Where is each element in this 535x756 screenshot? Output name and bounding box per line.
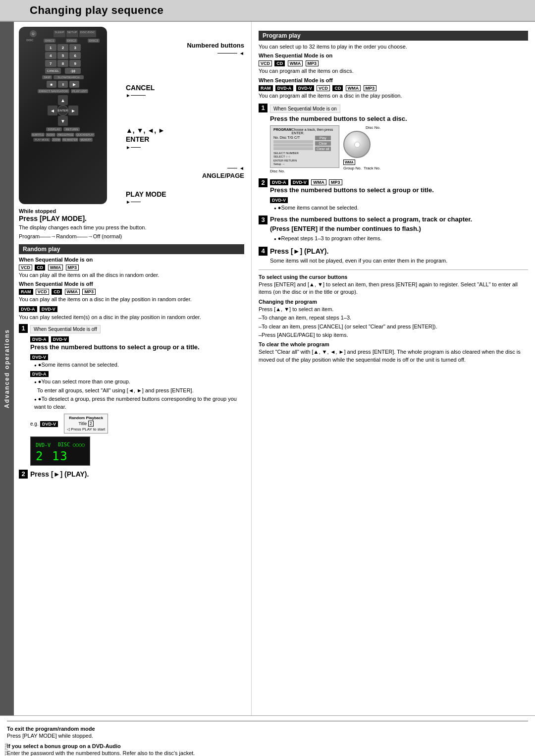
enter-btn[interactable]: ENTER	[57, 105, 68, 116]
skip-row: SKIP SLOW/SEARCH	[42, 75, 83, 79]
prog-step3-repeat: ●Repeat steps 1–3 to program other items…	[274, 235, 528, 242]
prog-badge-mp3: MP3	[306, 60, 319, 66]
btn-7[interactable]: 7	[45, 60, 56, 67]
label-line-5	[131, 202, 141, 202]
program-flow: Program——→Random——→Off (normal)	[19, 233, 244, 240]
prog-badge-dvda: DVD-A	[275, 85, 294, 91]
btn-0[interactable]: ·10	[65, 68, 81, 74]
prog-step2-wma: WMA	[311, 179, 326, 185]
prog-step1-row: 1 When Sequential Mode is on Press the n…	[259, 104, 528, 175]
arrow-indicator-1: ◄	[239, 51, 244, 56]
play-mode-label: PLAY MODE	[126, 190, 166, 198]
prog-btn-clear[interactable]: Clear	[315, 141, 331, 146]
prog-step2-row: 2 DVD-A DVD-V WMA MP3 Press the numbered…	[259, 178, 528, 213]
number-grid: 1 2 3 4 5 6 7 8 9	[45, 44, 81, 67]
display-btn[interactable]: DISPLAY	[46, 127, 62, 131]
remote-area: ⏻ SLEEP SETUP DISC/DISC DISC DISC1 DISC2…	[19, 27, 244, 204]
memory-btn[interactable]: MEMORY	[79, 138, 92, 142]
dpad-area: ▲ ▼ ◄ ► ENTER	[48, 95, 78, 126]
pause-btn[interactable]: ⏸	[58, 81, 68, 88]
remaster-btn[interactable]: RE-MASTER	[62, 138, 78, 142]
remote-labels-area: Numbered buttons ◄ CANCEL ► ▲,	[126, 27, 244, 204]
bottom-notes-section: To exit the program/random mode Press [P…	[0, 715, 535, 756]
left-btn[interactable]: ◄	[48, 106, 57, 115]
random-step1-content: When Sequential Mode is off DVD-A DVD-V …	[30, 324, 244, 466]
press-play-mode: Press [PLAY MODE].	[19, 214, 244, 223]
right-btn[interactable]: ►	[68, 106, 78, 115]
prog-label-no: No. Disc T/G C/T	[273, 136, 313, 139]
arrow-indicator-3: ►	[126, 145, 131, 150]
random-seq-on-label: When Sequential Mode is on	[19, 257, 244, 263]
eg-dvdv-label: e.g. DVD-V	[30, 420, 59, 427]
arrow-indicator-5: ►	[126, 199, 131, 205]
angle-page-btn[interactable]: ANGLE/PAGE	[56, 133, 74, 137]
quickreplay-btn[interactable]: QUICKREPLAY	[75, 133, 95, 137]
random-playback-prompt: ◁ Press PLAY to start	[67, 427, 105, 432]
random-step1-dvda-note2: To enter all groups, select "All" using …	[37, 387, 244, 394]
power-btn[interactable]: ⏻	[30, 30, 37, 37]
prog-badge-dvdv: DVD-V	[296, 85, 314, 91]
prog-step3-number: 3	[259, 216, 268, 224]
return-btn[interactable]: RETURN	[63, 127, 80, 131]
disc-hole	[354, 142, 360, 148]
prog-badge-ram: RAM	[259, 85, 273, 91]
badge-vcd-2: VCD	[36, 289, 49, 295]
audio-btn[interactable]: AUDIO	[46, 133, 55, 137]
prog-select-num: SELECT NUMBER	[273, 152, 313, 155]
btn-4[interactable]: 4	[45, 52, 56, 59]
random-play-header: Random play	[19, 244, 244, 254]
prog-step3-row: 3 Press the numbered buttons to select a…	[259, 216, 528, 243]
down-btn[interactable]: ▼	[58, 116, 68, 126]
random-step1-dvda-note1: ●You can select more than one group.	[34, 378, 244, 385]
zoom-btn[interactable]: ZOOM	[52, 138, 61, 142]
prog-badge-cd2: CD	[332, 85, 343, 91]
prog-step2-dvdv-note: ●Some items cannot be selected.	[274, 204, 528, 212]
badge-ram-1: RAM	[19, 289, 33, 295]
random-step1-row: 1 When Sequential Mode is off DVD-A DVD-…	[19, 324, 244, 466]
prog-badge-cd: CD	[274, 60, 285, 66]
play-btn[interactable]: ▶	[69, 81, 79, 88]
btn-9[interactable]: 9	[69, 60, 81, 67]
play-list-btn[interactable]: PLAY LIST	[71, 89, 88, 93]
prog-badge-mp32: MP3	[364, 85, 377, 91]
btn-2[interactable]: 2	[57, 44, 69, 51]
cancel-label: CANCEL	[126, 84, 155, 92]
skip-btn[interactable]: SKIP	[42, 75, 52, 79]
prog-seq-on-label: When Sequential Mode is on	[259, 53, 528, 58]
badge-dvdv-2: DVD-V	[51, 336, 69, 342]
label-line-3	[131, 147, 141, 148]
badge-dvdv-eg: DVD-V	[40, 421, 58, 427]
prog-btn-play[interactable]: Play	[315, 136, 331, 140]
btn-8[interactable]: 8	[57, 60, 69, 67]
changing-program-desc4: –Press [ANGLE/PAGE] to skip items.	[259, 331, 528, 339]
left-panel: ⏻ SLEEP SETUP DISC/DISC DISC DISC1 DISC2…	[14, 22, 252, 715]
random-step1-condition-box: When Sequential Mode is off	[30, 324, 244, 334]
btn-3[interactable]: 3	[69, 44, 81, 51]
cancel-btn[interactable]: CANCEL	[45, 68, 61, 74]
btn-1[interactable]: 1	[45, 44, 56, 51]
badge-cd-2: CD	[52, 289, 62, 295]
subtitle-btn[interactable]: SUBTITLE	[31, 133, 45, 137]
select-cursor-title: To select using the cursor buttons	[259, 274, 528, 280]
program-label: PROGRAM	[273, 128, 292, 135]
random-seq-off-badges: RAM VCD CD WMA MP3	[19, 288, 244, 295]
direct-nav-btn[interactable]: DIRECT NAVIGATOR	[38, 89, 69, 93]
badge-dvda-1: DVD-A	[19, 306, 37, 312]
btn-6[interactable]: 6	[69, 52, 81, 59]
prog-step4-instruction: Press [►] (PLAY).	[270, 247, 528, 256]
right-panel: Program play You can select up to 32 ite…	[252, 22, 535, 715]
group-no-label: Group No.	[343, 166, 362, 170]
bonus-note: If you select a bonus group on a DVD-Aud…	[7, 743, 528, 756]
up-btn[interactable]: ▲	[58, 95, 68, 105]
numbered-buttons-label: Numbered buttons	[187, 42, 244, 50]
prog-screen-left: No. Disc T/G C/T SELECT NUMBER SELECT ○ …	[273, 136, 313, 165]
slow-search-btn[interactable]: SLOW/SEARCH	[54, 75, 83, 79]
random-seq-off-desc: You can play all the items on a disc in …	[19, 296, 244, 303]
stop-btn[interactable]: ■	[47, 81, 56, 88]
play-mode-btn[interactable]: PLAY MODE	[33, 138, 51, 142]
exit-note: To exit the program/random mode Press [P…	[7, 725, 528, 740]
label-line-1	[217, 53, 237, 54]
btn-5[interactable]: 5	[57, 52, 69, 59]
prog-seq-off-desc: You can program all the items on a disc …	[259, 92, 528, 100]
prog-btn-clear-all[interactable]: Clear all	[315, 147, 331, 151]
